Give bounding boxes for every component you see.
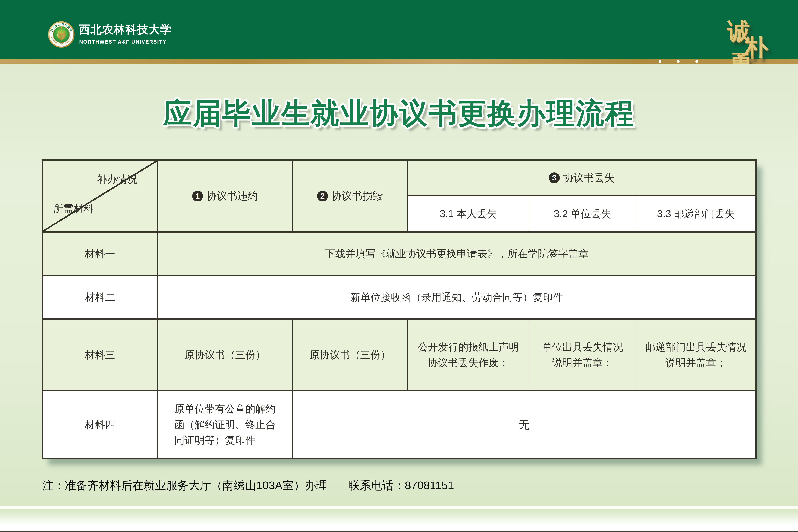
cell-material3-postal-lost: 邮递部门出具丢失情况说明并盖章；: [636, 320, 755, 390]
header-label-breach: 协议书违约: [206, 188, 258, 204]
circled-number-2: 2: [317, 191, 328, 202]
cell-material4-merged-none: 无: [293, 391, 755, 458]
subheader-cell-3-2: 3.2 单位丢失: [530, 196, 635, 231]
corner-cell: 补办情况 所需材料: [43, 160, 157, 231]
materials-table: 补办情况 所需材料 1 协议书违约 2 协议书损毁 3 协议书丢失 3.1 本人…: [42, 159, 757, 459]
note-text: 注：准备齐材料后在就业服务大厅（南绣山103A室）办理: [42, 478, 327, 493]
row-label-material-3: 材料三: [43, 320, 157, 390]
divider-dot: [677, 60, 680, 63]
cell-material4-breach: 原单位带有公章的解约函（解约证明、终止合同证明等）复印件: [158, 391, 292, 458]
bottom-edge-line: [0, 531, 798, 532]
header-label-damaged: 协议书损毁: [331, 188, 383, 204]
header-cell-breach: 1 协议书违约: [158, 160, 292, 231]
header-cell-lost: 3 协议书丢失: [408, 160, 755, 195]
university-name-cn: 西北农林科技大学: [79, 24, 172, 35]
bottom-green-band: [0, 509, 798, 532]
cell-material1-merged: 下载并填写《就业协议书更换申请表》，所在学院签字盖章: [158, 233, 755, 275]
cell-material3-self-lost: 公开发行的报纸上声明协议书丢失作废；: [408, 320, 529, 390]
subheader-cell-3-1: 3.1 本人丢失: [408, 196, 529, 231]
footer-note: 注：准备齐材料后在就业服务大厅（南绣山103A室）办理 联系电话：8708115…: [42, 478, 454, 493]
university-name-en: NORTHWEST A&F UNIVERSITY: [79, 39, 167, 44]
header-cell-damaged: 2 协议书损毁: [293, 160, 407, 231]
divider-dot: [659, 60, 661, 63]
subheader-cell-3-3: 3.3 邮递部门丢失: [636, 196, 755, 231]
cell-material3-unit-lost: 单位出具丢失情况说明并盖章；: [530, 320, 635, 390]
row-label-material-1: 材料一: [43, 233, 157, 275]
bottom-white-stripe: [0, 506, 798, 509]
divider-dot: [695, 60, 698, 63]
circled-number-1: 1: [192, 191, 203, 202]
row-label-material-4: 材料四: [43, 391, 157, 458]
poster-root: 西北农林科技大学 NORTHWEST A&F UNIVERSITY 西北农林科技…: [0, 0, 798, 532]
cell-material3-damaged: 原协议书（三份）: [293, 320, 407, 390]
row-label-material-2: 材料二: [43, 276, 157, 318]
note-phone: 联系电话：87081151: [348, 478, 454, 493]
page-title: 应届毕业生就业协议书更换办理流程: [0, 95, 798, 131]
header-label-lost: 协议书丢失: [563, 170, 615, 186]
cell-material3-breach: 原协议书（三份）: [158, 320, 292, 390]
cell-material2-merged: 新单位接收函（录用通知、劳动合同等）复印件: [158, 276, 755, 318]
corner-label-situation: 补办情况: [97, 171, 137, 187]
circled-number-3: 3: [549, 172, 560, 183]
corner-label-materials: 所需材料: [53, 201, 94, 217]
university-seal-logo: 西北农林科技大学 NORTHWEST A&F UNIVERSITY: [48, 21, 75, 48]
